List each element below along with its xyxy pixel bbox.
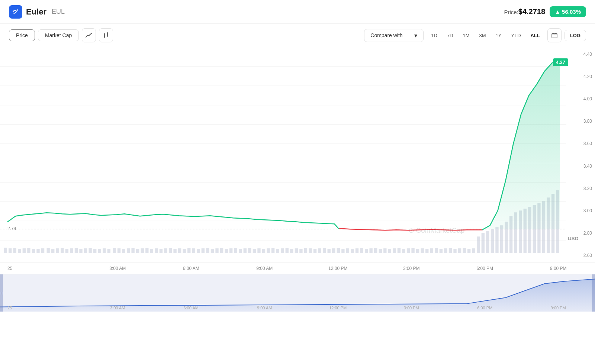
svg-rect-88 <box>313 249 316 253</box>
svg-rect-61 <box>187 248 190 253</box>
svg-rect-63 <box>197 249 200 253</box>
svg-rect-86 <box>304 248 307 253</box>
svg-rect-22 <box>4 248 7 253</box>
nav-x-6am: 6:00 AM <box>154 306 228 310</box>
time-3m[interactable]: 3M <box>475 30 491 41</box>
svg-rect-36 <box>70 248 73 253</box>
x-label-9am: 9:00 AM <box>228 266 302 271</box>
time-all[interactable]: ALL <box>526 30 544 41</box>
time-range-group: 1D 7D 1M 3M 1Y YTD ALL <box>427 30 544 41</box>
time-ytd[interactable]: YTD <box>507 30 525 41</box>
svg-rect-23 <box>9 248 12 253</box>
time-1y[interactable]: 1Y <box>491 30 506 41</box>
svg-rect-40 <box>89 248 91 253</box>
svg-rect-4 <box>107 33 108 36</box>
svg-rect-52 <box>145 248 148 253</box>
svg-rect-35 <box>65 249 68 253</box>
x-label-9pm: 9:00 PM <box>522 266 595 271</box>
x-label-12pm: 12:00 PM <box>301 266 375 271</box>
compare-with-button[interactable]: Compare with ▾ <box>364 29 424 42</box>
nav-x-9pm: 9:00 PM <box>522 306 595 310</box>
svg-rect-54 <box>155 248 158 253</box>
svg-rect-29 <box>36 249 39 253</box>
header: Euler EUL Price:$4.2718 ▲ 56.03% <box>0 0 595 24</box>
svg-rect-89 <box>318 248 321 253</box>
svg-text:USD: USD <box>568 236 579 241</box>
svg-rect-124 <box>482 233 485 253</box>
svg-rect-28 <box>32 249 35 253</box>
svg-rect-27 <box>27 248 30 253</box>
price-label: Price:$4.2718 <box>504 7 545 16</box>
svg-rect-51 <box>141 248 144 253</box>
time-1m[interactable]: 1M <box>459 30 474 41</box>
svg-rect-53 <box>150 249 153 253</box>
svg-rect-93 <box>337 248 340 253</box>
svg-rect-121 <box>467 249 470 253</box>
chart-svg: ⊙ CoinMarketCap USD <box>0 47 595 262</box>
svg-rect-73 <box>244 248 247 253</box>
x-label-6pm: 6:00 PM <box>448 266 522 271</box>
svg-rect-95 <box>346 248 349 253</box>
header-left: Euler EUL <box>9 5 65 19</box>
svg-rect-56 <box>164 248 167 253</box>
svg-rect-44 <box>107 249 110 253</box>
navigator-x-axis: 25 3:00 AM 6:00 AM 9:00 AM 12:00 PM 3:00… <box>0 306 595 312</box>
coin-symbol: EUL <box>52 8 65 16</box>
svg-rect-120 <box>463 248 466 253</box>
x-label-25: 25 <box>7 266 81 271</box>
svg-rect-100 <box>369 248 372 253</box>
svg-rect-33 <box>56 248 59 253</box>
time-1d[interactable]: 1D <box>427 30 442 41</box>
svg-rect-125 <box>486 231 489 253</box>
svg-rect-57 <box>169 248 172 253</box>
svg-rect-55 <box>160 249 163 253</box>
svg-rect-106 <box>398 248 401 253</box>
svg-rect-127 <box>495 227 498 253</box>
nav-x-12pm: 12:00 PM <box>301 306 375 310</box>
svg-rect-72 <box>239 249 242 253</box>
nav-x-25: 25 <box>7 306 81 310</box>
svg-rect-24 <box>13 248 16 253</box>
candle-chart-button[interactable] <box>99 28 113 42</box>
svg-rect-76 <box>257 248 260 253</box>
svg-rect-39 <box>84 248 87 253</box>
svg-rect-114 <box>435 248 438 253</box>
compare-with-label: Compare with <box>370 32 402 38</box>
svg-rect-83 <box>290 249 293 253</box>
price-value: $4.2718 <box>518 7 545 16</box>
svg-rect-87 <box>309 248 312 253</box>
line-chart-button[interactable] <box>82 28 96 42</box>
svg-rect-107 <box>402 249 405 253</box>
x-label-3am: 3:00 AM <box>81 266 155 271</box>
svg-rect-68 <box>220 248 223 253</box>
x-label-3pm: 3:00 PM <box>375 266 448 271</box>
coin-name: Euler <box>26 7 46 17</box>
pause-icon: ⏸ <box>0 291 3 295</box>
tab-market-cap[interactable]: Market Cap <box>38 29 79 41</box>
svg-rect-80 <box>276 249 279 253</box>
svg-rect-71 <box>234 248 237 253</box>
svg-rect-110 <box>416 249 419 253</box>
svg-rect-116 <box>444 248 447 253</box>
svg-rect-103 <box>383 248 386 253</box>
svg-rect-85 <box>299 249 302 253</box>
svg-rect-74 <box>248 248 251 253</box>
svg-rect-66 <box>211 249 214 253</box>
tab-price[interactable]: Price <box>9 29 35 41</box>
svg-rect-105 <box>393 248 396 253</box>
svg-rect-77 <box>262 249 265 253</box>
header-right: Price:$4.2718 ▲ 56.03% <box>504 6 586 17</box>
svg-rect-45 <box>113 248 116 253</box>
svg-rect-99 <box>365 249 368 253</box>
calendar-button[interactable] <box>547 28 562 42</box>
svg-rect-67 <box>215 248 218 253</box>
nav-x-3am: 3:00 AM <box>81 306 155 310</box>
svg-rect-26 <box>23 248 26 253</box>
svg-rect-25 <box>18 249 21 253</box>
log-button[interactable]: LOG <box>565 30 586 41</box>
euler-logo <box>9 5 22 19</box>
price-label-text: Price: <box>504 9 518 15</box>
time-7d[interactable]: 7D <box>443 30 458 41</box>
svg-rect-42 <box>98 249 101 253</box>
svg-rect-82 <box>286 248 289 253</box>
